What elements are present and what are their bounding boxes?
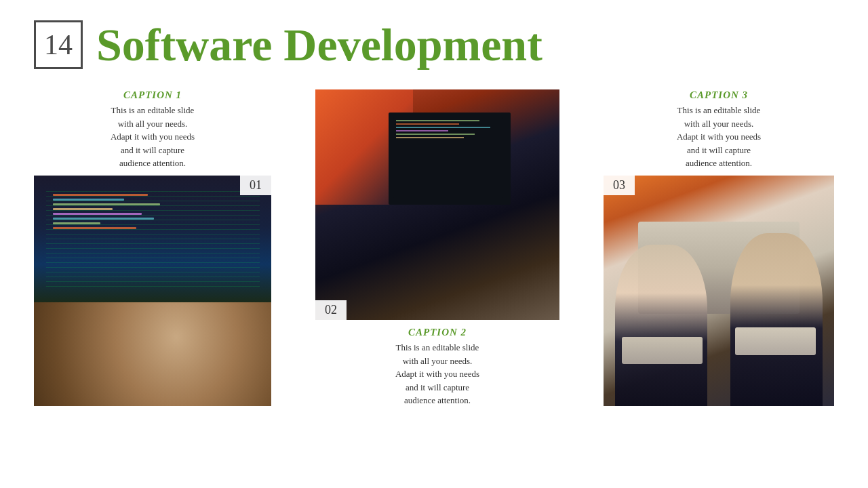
- slide-number: 14: [44, 28, 73, 61]
- column-3: CAPTION 3 This is an editable slidewith …: [604, 89, 834, 406]
- code-line: [53, 208, 113, 210]
- image-3-wrapper: 03: [604, 176, 834, 406]
- number-badge-1: 01: [240, 176, 271, 195]
- code-line: [53, 222, 100, 224]
- content-area: CAPTION 1 This is an editable slidewith …: [34, 89, 834, 407]
- image-1-wrapper: 01: [34, 176, 271, 406]
- number-badge-2: 02: [315, 300, 347, 320]
- code-line: [53, 213, 142, 215]
- slide-title: Software Development: [96, 22, 542, 68]
- slide: 14 Software Development CAPTION 1 This i…: [0, 0, 868, 488]
- caption-1-title: CAPTION 1: [34, 89, 271, 101]
- image-3: [604, 176, 834, 406]
- code-line: [53, 194, 148, 196]
- caption-2-body: This is an editable slidewith all your n…: [315, 341, 559, 407]
- code-line: [53, 227, 136, 229]
- caption-2-below: CAPTION 2 This is an editable slidewith …: [315, 327, 559, 407]
- code-lines-1: [53, 194, 172, 286]
- caption-1-body: This is an editable slidewith all your n…: [34, 104, 271, 170]
- code-line: [53, 203, 160, 205]
- caption-3-above: CAPTION 3 This is an editable slidewith …: [604, 89, 834, 170]
- code-line: [53, 199, 124, 201]
- slide-number-box: 14: [34, 20, 83, 69]
- column-1: CAPTION 1 This is an editable slidewith …: [34, 89, 271, 406]
- header: 14 Software Development: [34, 20, 834, 69]
- caption-1-above: CAPTION 1 This is an editable slidewith …: [34, 89, 271, 170]
- image-1: [34, 176, 271, 406]
- caption-2-title: CAPTION 2: [315, 327, 559, 338]
- number-badge-3: 03: [604, 176, 635, 195]
- code-line: [53, 218, 154, 220]
- image-2: [315, 89, 559, 320]
- caption-3-title: CAPTION 3: [604, 89, 834, 101]
- column-2: 02 CAPTION 2 This is an editable slidewi…: [315, 89, 559, 407]
- caption-3-body: This is an editable slidewith all your n…: [604, 104, 834, 170]
- image-2-wrapper: 02: [315, 89, 559, 320]
